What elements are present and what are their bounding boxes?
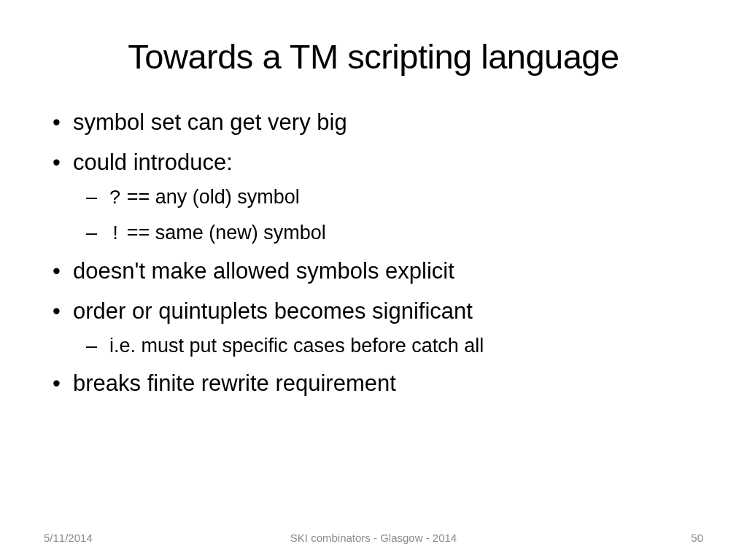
sub-bullet-text: == same (new) symbol (121, 222, 326, 244)
symbol-text: ? (109, 187, 121, 209)
sub-bullet-list: i.e. must put specific cases before catc… (73, 331, 703, 361)
footer-date: 5/11/2014 (44, 532, 93, 544)
slide-content: symbol set can get very big could introd… (44, 106, 703, 531)
sub-bullet-item: ! == same (new) symbol (73, 218, 703, 249)
slide-title: Towards a TM scripting language (44, 36, 703, 77)
bullet-item: doesn't make allowed symbols explicit (44, 254, 703, 289)
bullet-text: doesn't make allowed symbols explicit (73, 258, 454, 284)
sub-bullet-list: ? == any (old) symbol ! == same (new) sy… (73, 182, 703, 249)
footer-page-number: 50 (691, 532, 703, 544)
slide-footer: 5/11/2014 SKI combinators - Glasgow - 20… (0, 532, 747, 544)
bullet-item: order or quintuplets becomes significant… (44, 295, 703, 361)
symbol-text: ! (109, 223, 121, 245)
bullet-item: symbol set can get very big (44, 106, 703, 140)
bullet-item: breaks finite rewrite requirement (44, 367, 703, 401)
bullet-text: order or quintuplets becomes significant (73, 298, 473, 324)
sub-bullet-text: == any (old) symbol (121, 186, 300, 208)
bullet-text: breaks finite rewrite requirement (73, 370, 396, 396)
bullet-list: symbol set can get very big could introd… (44, 106, 703, 400)
footer-title: SKI combinators - Glasgow - 2014 (290, 532, 457, 544)
slide: Towards a TM scripting language symbol s… (0, 0, 747, 560)
sub-bullet-text: i.e. must put specific cases before catc… (109, 335, 484, 357)
sub-bullet-item: ? == any (old) symbol (73, 182, 703, 214)
bullet-text: could introduce: (73, 149, 233, 175)
bullet-item: could introduce: ? == any (old) symbol !… (44, 146, 703, 249)
sub-bullet-item: i.e. must put specific cases before catc… (73, 331, 703, 361)
bullet-text: symbol set can get very big (73, 109, 347, 135)
